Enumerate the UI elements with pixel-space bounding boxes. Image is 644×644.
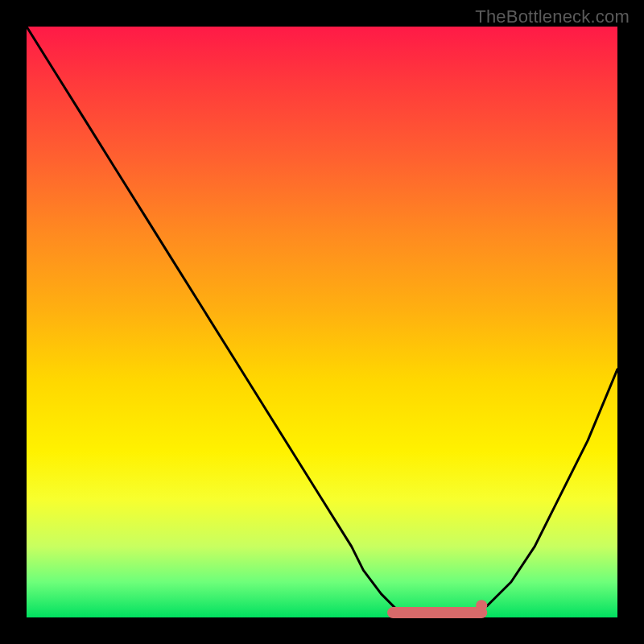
watermark-text: TheBottleneck.com (475, 6, 630, 27)
bottleneck-curve-svg (27, 27, 617, 617)
chart-container: TheBottleneck.com (0, 0, 644, 644)
plot-area (27, 27, 617, 617)
plateau-end-dot (476, 600, 487, 611)
bottleneck-curve-path (27, 27, 617, 617)
